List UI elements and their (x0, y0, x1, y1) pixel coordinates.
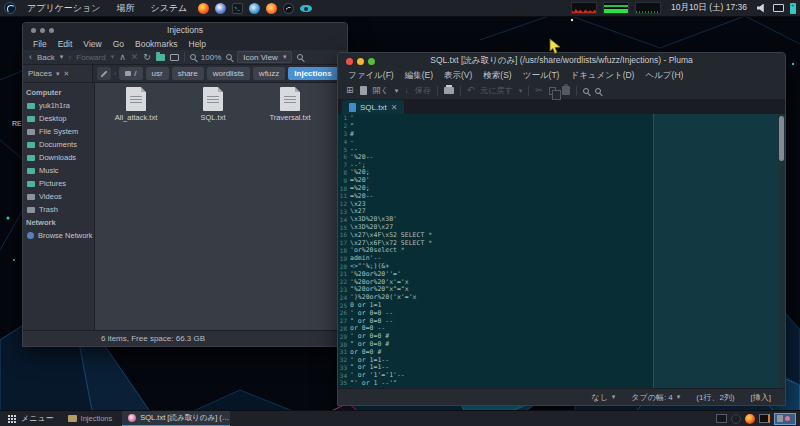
system-monitor-graph[interactable] (635, 2, 661, 14)
menu-item[interactable]: ツール(T) (523, 70, 560, 82)
file-item[interactable]: SQL.txt (177, 87, 249, 122)
breadcrumb-segment[interactable]: / (119, 67, 142, 80)
replace-icon[interactable] (595, 88, 601, 94)
forward-button[interactable]: Forward (76, 53, 105, 62)
sidebar-item[interactable]: Desktop (23, 112, 94, 125)
editor-titlebar[interactable]: SQL.txt [読み取りのみ] (/usr/share/wordlists/w… (338, 53, 785, 69)
menu-item[interactable]: ヘルプ(H) (645, 70, 683, 82)
zoom-out-icon[interactable] (190, 54, 196, 60)
undo-icon[interactable]: ↶ (467, 86, 475, 95)
file-item[interactable]: Traversal.txt (254, 87, 326, 122)
file-item[interactable]: All_attack.txt (100, 87, 172, 122)
panel-menu-item[interactable]: システム (145, 2, 192, 15)
window-controls[interactable] (346, 58, 375, 65)
menu-item[interactable]: View (83, 39, 101, 49)
open-dropdown-icon[interactable]: ▾ (395, 87, 399, 95)
taskbar-tray-icon[interactable] (759, 414, 770, 423)
undo-dropdown-icon[interactable]: ▾ (519, 87, 523, 95)
find-icon[interactable] (583, 88, 589, 94)
back-icon[interactable]: ‹ (29, 53, 32, 62)
distro-logo-icon[interactable] (4, 2, 16, 14)
applications-menu-button[interactable]: メニュー (4, 411, 58, 426)
panel-launcher-icon[interactable] (266, 3, 277, 14)
sidebar-item[interactable]: Music (23, 164, 94, 177)
panel-launcher-icon[interactable] (283, 3, 294, 14)
menu-item[interactable]: ファイル(F) (348, 70, 394, 82)
sidebar-item[interactable]: Trash (23, 203, 94, 216)
stop-icon[interactable]: ✕ (131, 53, 139, 62)
menu-item[interactable]: 編集(E) (405, 70, 433, 82)
reload-icon[interactable]: ↻ (143, 53, 151, 62)
home-folder-icon[interactable] (156, 54, 165, 61)
text-editing-area[interactable]: 1 ' 2 " 3 # 4 - 5 -- 6 '%20-- 7 --'; 8 (338, 114, 785, 388)
sidebar-item[interactable]: Documents (23, 138, 94, 151)
panel-launcher-icon[interactable] (215, 3, 226, 14)
highlight-mode-select[interactable]: なし ▾ (591, 392, 615, 403)
new-document-icon[interactable]: ⊞ (346, 86, 354, 95)
taskbar-tray-icon[interactable] (745, 414, 755, 424)
file-grid[interactable]: All_attack.txt SQL.txt Traversal.txt (95, 83, 347, 330)
scrollbar-thumb[interactable] (779, 116, 784, 161)
save-button[interactable]: 保存 (415, 85, 431, 96)
paste-icon[interactable] (562, 86, 570, 95)
copy-icon[interactable] (549, 87, 556, 95)
computer-icon[interactable] (170, 54, 179, 61)
system-monitor-graph[interactable] (571, 2, 597, 14)
editor-scrollbar[interactable] (778, 114, 785, 388)
workspace-switcher[interactable] (774, 413, 796, 425)
panel-tray-icon[interactable] (773, 4, 784, 12)
sidebar-item[interactable]: Computer (23, 86, 94, 99)
sidebar-item[interactable]: Pictures (23, 177, 94, 190)
sidebar-item[interactable]: Downloads (23, 151, 94, 164)
back-dropdown-icon[interactable]: ▾ (60, 53, 64, 61)
forward-dropdown-icon[interactable]: ▾ (111, 53, 115, 61)
view-mode-select[interactable]: Icon View ▾ (237, 51, 292, 63)
file-manager-titlebar[interactable]: Injections (23, 23, 347, 37)
panel-tray-icon[interactable] (757, 4, 767, 13)
edit-location-button[interactable] (97, 67, 111, 80)
back-button[interactable]: Back (37, 53, 55, 62)
sidebar-item[interactable]: Videos (23, 190, 94, 203)
taskbar-tray-icon[interactable] (716, 414, 727, 423)
menu-item[interactable]: Help (189, 39, 206, 49)
panel-tray-icon[interactable] (790, 3, 796, 14)
breadcrumb-segment[interactable]: usr (146, 67, 169, 80)
cut-icon[interactable]: ✂ (535, 86, 543, 95)
panel-menu-item[interactable]: 場所 (111, 2, 139, 15)
panel-clock[interactable]: 10月10日 (土) 17:36 (667, 2, 751, 14)
search-icon[interactable] (297, 54, 303, 60)
scroll-left-icon[interactable]: ‹ (114, 70, 116, 77)
sidebar-item[interactable]: File System (23, 125, 94, 138)
open-button[interactable]: 開く (373, 85, 389, 96)
undo-button[interactable]: 元に戻す (480, 85, 512, 96)
breadcrumb-segment[interactable]: wfuzz (253, 67, 285, 80)
sidebar-item[interactable]: Browse Network (23, 229, 94, 242)
print-icon[interactable] (444, 87, 454, 94)
breadcrumb-segment[interactable]: wordlists (207, 67, 250, 80)
system-monitor-graph[interactable] (603, 2, 629, 14)
menu-item[interactable]: Edit (58, 39, 73, 49)
forward-icon[interactable]: › (68, 53, 71, 62)
menu-item[interactable]: Bookmarks (135, 39, 178, 49)
panel-launcher-icon[interactable] (249, 3, 260, 14)
menu-item[interactable]: 検索(S) (483, 70, 511, 82)
open-icon[interactable] (360, 86, 367, 95)
tab-close-icon[interactable]: ✕ (391, 103, 398, 112)
menu-item[interactable]: Go (113, 39, 124, 49)
breadcrumb-segment[interactable]: Injections (288, 67, 337, 80)
sidebar-item[interactable]: Network (23, 216, 94, 229)
taskbar-task[interactable]: Injections (62, 411, 119, 426)
panel-launcher-icon[interactable] (198, 3, 209, 14)
document-tab[interactable]: SQL.txt ✕ (342, 100, 404, 114)
menu-item[interactable]: 表示(V) (444, 70, 472, 82)
sidebar-item[interactable]: yuk1h1ra (23, 99, 94, 112)
places-close-icon[interactable]: ✕ (64, 70, 70, 78)
panel-launcher-icon[interactable] (300, 5, 312, 12)
taskbar-task[interactable]: SQL.txt [読み取りのみ] (… (122, 411, 230, 426)
menu-item[interactable]: File (33, 39, 47, 49)
panel-menu-item[interactable]: アプリケーション (22, 2, 105, 15)
panel-launcher-icon[interactable] (232, 3, 243, 14)
menu-item[interactable]: ドキュメント(D) (570, 70, 634, 82)
zoom-level[interactable]: 100% (201, 53, 221, 62)
up-icon[interactable]: ∧ (119, 53, 126, 62)
